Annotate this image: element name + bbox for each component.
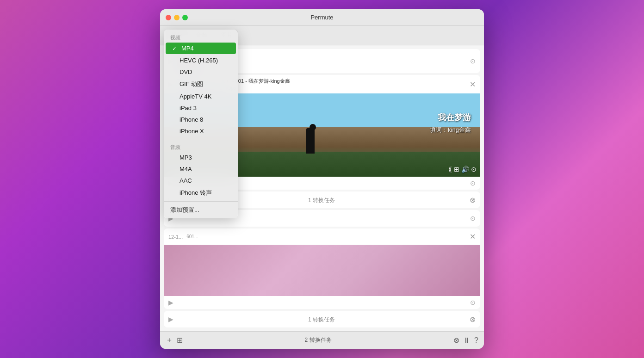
menu-item-mp3[interactable]: MP3 — [164, 152, 238, 163]
hevc-label: HEVC (H.265) — [180, 57, 218, 64]
iphone8-label: iPhone 8 — [180, 116, 203, 123]
menu-item-ringtone[interactable]: iPhone 铃声 — [164, 186, 238, 199]
ringtone-label: iPhone 铃声 — [180, 189, 212, 197]
mp3-label: MP3 — [180, 154, 192, 161]
m4a-label: M4A — [180, 166, 192, 173]
mp4-label: MP4 — [181, 45, 194, 52]
menu-item-dvd[interactable]: DVD — [164, 66, 238, 78]
menu-divider-2 — [164, 201, 238, 202]
menu-item-appletv[interactable]: AppleTV 4K — [164, 91, 238, 102]
iphonex-label: iPhone X — [180, 128, 204, 135]
add-preset-item[interactable]: 添加预置... — [164, 204, 238, 216]
format-dropdown: 视频 ✓ MP4 HEVC (H.265) DVD GIF 动图 AppleTV… — [164, 30, 238, 218]
menu-item-aac[interactable]: AAC — [164, 175, 238, 186]
gif-label: GIF 动图 — [180, 80, 203, 88]
dvd-label: DVD — [180, 68, 192, 75]
check-icon: ✓ — [172, 45, 179, 52]
dropdown-overlay[interactable]: 视频 ✓ MP4 HEVC (H.265) DVD GIF 动图 AppleTV… — [160, 9, 484, 349]
menu-divider — [164, 139, 238, 139]
appletv-label: AppleTV 4K — [180, 93, 211, 100]
menu-item-mp4[interactable]: ✓ MP4 — [166, 43, 236, 54]
ipad3-label: iPad 3 — [180, 105, 197, 111]
video-section-label: 视频 — [164, 31, 238, 42]
menu-item-ipad3[interactable]: iPad 3 — [164, 102, 238, 114]
menu-item-m4a[interactable]: M4A — [164, 163, 238, 175]
aac-label: AAC — [180, 177, 192, 184]
menu-item-hevc[interactable]: HEVC (H.265) — [164, 55, 238, 66]
app-window: Permute 视频 音频 图片 ▶ up B 1920 ⊙ ▶ [秦续写完整版… — [160, 9, 484, 349]
menu-item-iphonex[interactable]: iPhone X — [164, 125, 238, 137]
menu-item-gif[interactable]: GIF 动图 — [164, 78, 238, 91]
audio-section-label: 音频 — [164, 141, 238, 152]
menu-item-iphone8[interactable]: iPhone 8 — [164, 114, 238, 125]
